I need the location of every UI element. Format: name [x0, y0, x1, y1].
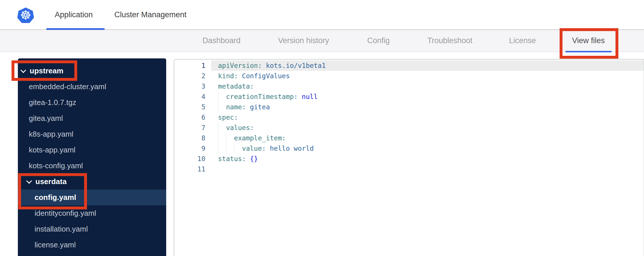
- code-line-7: 7values:: [174, 123, 644, 133]
- line-number: 2: [174, 71, 211, 81]
- code-line-3: 3metadata:: [174, 81, 644, 91]
- code-content: kind: ConfigValues: [211, 71, 644, 81]
- code-content: creationTimestamp: null: [211, 91, 644, 102]
- line-number: 6: [174, 112, 211, 123]
- code-content: metadata:: [211, 81, 644, 91]
- line-number: 7: [174, 123, 211, 133]
- code-line-5: 5name: gitea: [174, 102, 644, 112]
- code-line-11: 11: [174, 164, 644, 174]
- code-content: [211, 164, 644, 174]
- folder-userdata[interactable]: userdata: [18, 174, 166, 190]
- code-content: apiVersion: kots.io/v1beta1: [211, 60, 644, 71]
- line-number: 11: [174, 164, 211, 174]
- file-gitea-yaml[interactable]: gitea.yaml: [18, 110, 166, 126]
- file-installation-yaml[interactable]: installation.yaml: [18, 221, 166, 237]
- code-line-4: 4creationTimestamp: null: [174, 91, 644, 102]
- tab-version-history[interactable]: Version history: [278, 30, 329, 52]
- line-number: 10: [174, 154, 211, 164]
- tree-item-label: kots-app.yaml: [29, 146, 75, 154]
- tree-item-label: config.yaml: [35, 193, 76, 202]
- tree-item-label: k8s-app.yaml: [29, 130, 73, 139]
- file-license-yaml[interactable]: license.yaml: [18, 237, 166, 253]
- line-number: 1: [174, 60, 211, 71]
- tree-item-label: gitea.yaml: [29, 114, 63, 123]
- line-number: 5: [174, 102, 211, 112]
- indent-guides: [218, 123, 226, 133]
- code-line-10: 10status: {}: [174, 154, 644, 164]
- code-content: spec:: [211, 112, 644, 123]
- file-k8s-app-yaml[interactable]: k8s-app.yaml: [18, 126, 166, 142]
- tab-dashboard[interactable]: Dashboard: [202, 30, 240, 52]
- code-line-9: 9value: hello world: [174, 143, 644, 154]
- chevron-down-icon: [20, 67, 26, 73]
- tree-item-label: installation.yaml: [35, 225, 88, 234]
- file-identityconfig-yaml[interactable]: identityconfig.yaml: [18, 205, 166, 221]
- code-line-1: 1apiVersion: kots.io/v1beta1: [174, 60, 644, 71]
- code-content: example_item:: [211, 133, 644, 143]
- header-tab-cluster-management[interactable]: Cluster Management: [114, 0, 187, 29]
- tree-item-label: gitea-1.0.7.tgz: [29, 98, 76, 107]
- yaml-file-viewer[interactable]: 1apiVersion: kots.io/v1beta12kind: Confi…: [174, 59, 644, 256]
- tab-config[interactable]: Config: [367, 30, 390, 52]
- tree-item-label: upstream: [30, 66, 63, 75]
- indent-guides: [218, 102, 226, 112]
- file-kots-config-yaml[interactable]: kots-config.yaml: [18, 158, 166, 174]
- code-line-2: 2kind: ConfigValues: [174, 71, 644, 81]
- header-tab-application[interactable]: Application: [55, 0, 93, 29]
- app-header: ☸ ApplicationCluster Management: [0, 0, 644, 30]
- file-gitea-1-0-7-tgz[interactable]: gitea-1.0.7.tgz: [18, 95, 166, 110]
- kubernetes-logo[interactable]: ☸: [17, 7, 34, 23]
- file-tree-sidebar[interactable]: upstreamembedded-cluster.yamlgitea-1.0.7…: [18, 58, 166, 256]
- file-config-yaml[interactable]: config.yaml: [18, 190, 166, 205]
- chevron-down-icon: [26, 178, 32, 184]
- file-embedded-cluster-yaml[interactable]: embedded-cluster.yaml: [18, 79, 166, 95]
- app-subnav: DashboardVersion historyConfigTroublesho…: [0, 30, 644, 52]
- folder-upstream[interactable]: upstream: [18, 63, 166, 79]
- line-number: 3: [174, 81, 211, 91]
- line-number: 4: [174, 91, 211, 102]
- kubernetes-wheel-icon: ☸: [20, 9, 31, 22]
- indent-guides: [218, 91, 226, 102]
- code-line-8: 8example_item:: [174, 133, 644, 143]
- indent-guides: [218, 133, 234, 143]
- file-kots-app-yaml[interactable]: kots-app.yaml: [18, 142, 166, 158]
- tree-item-label: embedded-cluster.yaml: [29, 82, 106, 91]
- tab-troubleshoot[interactable]: Troubleshoot: [427, 30, 473, 52]
- code-content: values:: [211, 123, 644, 133]
- tree-item-label: kots-config.yaml: [29, 161, 83, 170]
- code-content: value: hello world: [211, 143, 644, 154]
- tree-item-label: license.yaml: [35, 240, 76, 249]
- line-number: 8: [174, 133, 211, 143]
- tree-item-label: identityconfig.yaml: [35, 209, 96, 218]
- code-line-6: 6spec:: [174, 112, 644, 123]
- tab-view-files[interactable]: View files: [572, 30, 605, 52]
- line-number: 9: [174, 143, 211, 154]
- code-content: name: gitea: [211, 102, 644, 112]
- code-content: status: {}: [211, 154, 644, 164]
- tree-item-label: userdata: [35, 177, 67, 186]
- indent-guides: [218, 143, 242, 154]
- tab-license[interactable]: License: [509, 30, 536, 52]
